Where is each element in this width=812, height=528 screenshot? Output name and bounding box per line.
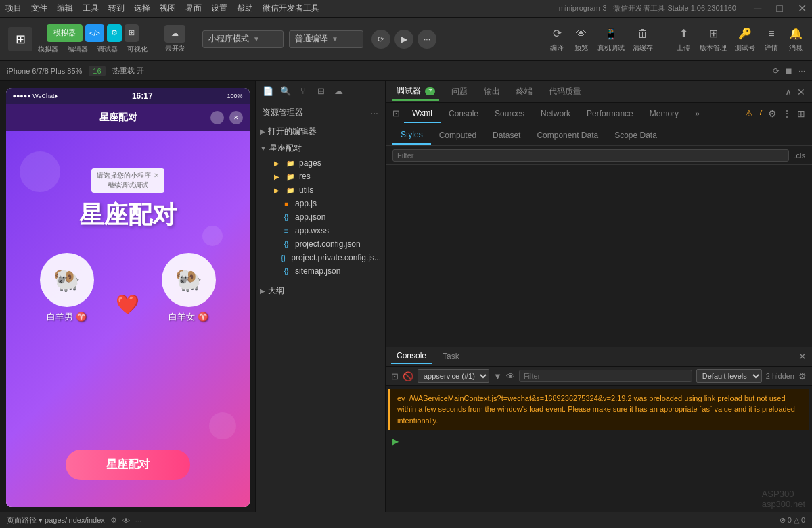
subsubtab-scope-data[interactable]: Scope Data	[606, 126, 665, 144]
subtab-performance[interactable]: Performance	[579, 105, 641, 122]
menu-wechat-devtools[interactable]: 微信开发者工具	[263, 3, 319, 14]
status-eye-icon[interactable]: 👁	[122, 517, 130, 525]
file-panel-pages-icon[interactable]: 📄	[261, 85, 275, 98]
file-project-private-config[interactable]: {} project.private.config.js...	[256, 251, 385, 264]
file-panel-files-icon[interactable]: ⊞	[314, 85, 328, 98]
file-project-config-json[interactable]: {} project.config.json	[256, 237, 385, 251]
file-app-wxss[interactable]: ≡ app.wxss	[256, 224, 385, 237]
device-refresh-icon[interactable]: ⟳	[773, 66, 780, 76]
hot-reload-label[interactable]: 热重载 开	[112, 66, 144, 76]
subtab-console[interactable]: Console	[441, 105, 487, 122]
file-sitemap-json[interactable]: {} sitemap.json	[256, 264, 385, 278]
tab-issues[interactable]: 问题	[447, 83, 472, 100]
device-more-icon[interactable]: ···	[798, 66, 805, 76]
file-panel-branch-icon[interactable]: ⑂	[296, 85, 310, 98]
file-app-js[interactable]: ■ app.js	[256, 197, 385, 210]
console-level-select[interactable]: Default levels	[696, 369, 762, 383]
subsubtab-component-data[interactable]: Component Data	[528, 126, 606, 144]
file-panel-more-icon[interactable]: ···	[370, 107, 378, 118]
menu-tools[interactable]: 工具	[83, 3, 99, 14]
menu-edit[interactable]: 编辑	[57, 3, 73, 14]
window-maximize-button[interactable]: □	[776, 3, 783, 15]
menu-project[interactable]: 项目	[5, 3, 22, 14]
subtab-more[interactable]: »	[687, 105, 708, 122]
tab-code-quality[interactable]: 代码质量	[545, 83, 585, 100]
folder-res[interactable]: ▶ 📁 res	[256, 170, 385, 183]
subtab-more-icon[interactable]: ⋮	[782, 108, 792, 119]
subsubtab-computed[interactable]: Computed	[431, 126, 484, 144]
devtools-close-icon[interactable]: ✕	[797, 87, 805, 97]
file-panel-search-icon[interactable]: 🔍	[279, 85, 292, 98]
play-button[interactable]: ▶	[394, 30, 413, 49]
status-path[interactable]: 页面路径 ▾ pages/index/index	[7, 515, 105, 525]
upload-action[interactable]: ⬆ 上传	[675, 26, 692, 53]
devtools-inspect-icon[interactable]: ⊡	[392, 108, 400, 118]
phone-nav-icon-close[interactable]: ✕	[229, 111, 243, 124]
section-project-header[interactable]: ▼ 星座配对	[256, 141, 385, 156]
detail-action[interactable]: ≡ 详情	[763, 26, 780, 53]
subsubtab-styles[interactable]: Styles	[392, 126, 431, 145]
hint-close-icon[interactable]: ✕	[154, 172, 159, 179]
console-clear-icon[interactable]: 🚫	[403, 371, 413, 381]
subtab-memory[interactable]: Memory	[641, 105, 687, 122]
subtab-undock-icon[interactable]: ⊞	[797, 108, 805, 119]
phone-nav-icon-dots[interactable]: ···	[210, 111, 224, 124]
console-eye-icon[interactable]: 👁	[506, 371, 515, 381]
menu-interface[interactable]: 界面	[185, 3, 202, 14]
version-action[interactable]: ⊞ 版本管理	[700, 26, 727, 53]
subtab-wxml[interactable]: Wxml	[404, 104, 441, 123]
debugger-button[interactable]: ⚙	[107, 24, 122, 42]
menu-file[interactable]: 文件	[31, 3, 47, 14]
compile-action[interactable]: ⟳ 编译	[549, 26, 565, 53]
console-toolbar-icon[interactable]: ⊡	[391, 371, 399, 381]
tab-debugger[interactable]: 调试器 7	[392, 82, 439, 101]
mode-dropdown[interactable]: 小程序模式 ▼	[202, 30, 284, 48]
section-opened-editors-header[interactable]: ▶ 打开的编辑器	[256, 124, 385, 139]
tab-terminal[interactable]: 终端	[512, 83, 537, 100]
match-button[interactable]: 星座配对	[66, 450, 190, 480]
window-minimize-button[interactable]: ─	[754, 3, 761, 15]
message-action[interactable]: 🔔 消息	[788, 26, 804, 53]
tab-output[interactable]: 输出	[480, 83, 504, 100]
console-filter-input[interactable]	[519, 370, 692, 382]
status-more-icon[interactable]: ···	[135, 517, 141, 525]
folder-pages[interactable]: ▶ 📁 pages	[256, 156, 385, 170]
devtools-chevron-up-icon[interactable]: ∧	[785, 87, 792, 97]
test-action[interactable]: 🔑 测试号	[735, 26, 755, 53]
settings-icon[interactable]: ⚙	[768, 108, 777, 119]
more-button[interactable]: ···	[418, 30, 436, 49]
editor-button[interactable]: </>	[85, 24, 104, 42]
device-stop-icon[interactable]: ⏹	[785, 66, 793, 76]
menu-help[interactable]: 帮助	[237, 3, 253, 14]
subtab-network[interactable]: Network	[533, 105, 579, 122]
console-gear-icon[interactable]: ⚙	[798, 371, 807, 381]
menu-settings[interactable]: 设置	[211, 3, 227, 14]
file-app-json[interactable]: {} app.json	[256, 210, 385, 224]
simulator-button[interactable]: 模拟器	[47, 24, 83, 42]
visual-button[interactable]: ⊞	[125, 24, 139, 42]
console-tab-console[interactable]: Console	[391, 348, 432, 364]
subsubtab-dataset[interactable]: Dataset	[484, 126, 528, 144]
console-source-select[interactable]: appservice (#1)	[418, 369, 489, 383]
file-panel-cloud-icon[interactable]: ☁	[332, 85, 345, 98]
folder-utils[interactable]: ▶ 📁 utils	[256, 183, 385, 197]
compile-dropdown[interactable]: 普通编译 ▼	[289, 30, 363, 48]
console-tab-task[interactable]: Task	[437, 349, 465, 364]
clear-action[interactable]: 🗑 清缓存	[633, 26, 653, 53]
status-settings-icon[interactable]: ⚙	[110, 516, 117, 525]
cloud-button[interactable]: ☁	[164, 25, 185, 43]
menu-view[interactable]: 视图	[160, 3, 176, 14]
section-outline-header[interactable]: ▶ 大纲	[256, 283, 385, 299]
window-close-button[interactable]: ✕	[798, 2, 807, 15]
preview-action[interactable]: 👁 预览	[573, 26, 589, 53]
console-dropdown-arrow-icon[interactable]: ▼	[493, 371, 502, 381]
scale-button[interactable]: 16	[89, 66, 105, 76]
console-close-icon[interactable]: ✕	[798, 351, 807, 362]
real-debug-action[interactable]: 📱 真机调试	[597, 26, 625, 53]
filter-input[interactable]	[392, 149, 789, 162]
subtab-sources[interactable]: Sources	[487, 105, 533, 122]
filter-cls-label[interactable]: .cls	[794, 151, 806, 160]
refresh-button[interactable]: ⟳	[371, 30, 390, 49]
menu-select[interactable]: 选择	[134, 3, 150, 14]
menu-goto[interactable]: 转到	[108, 3, 125, 14]
